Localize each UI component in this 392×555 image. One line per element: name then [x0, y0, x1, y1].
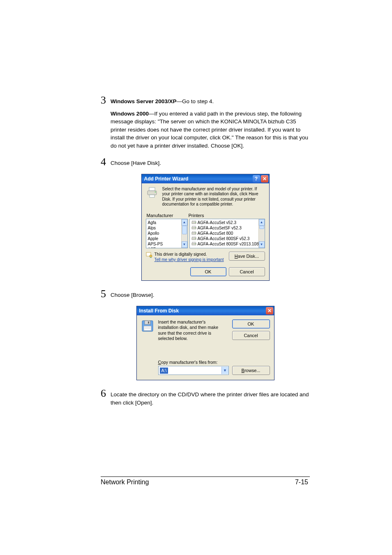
dialog-message: Insert the manufacturer's installation d…: [158, 319, 228, 342]
close-button[interactable]: ✕: [266, 307, 273, 314]
svg-rect-0: [149, 187, 155, 191]
certificate-icon: [146, 252, 152, 258]
svg-rect-22: [145, 321, 150, 324]
footer-separator: [101, 476, 310, 477]
printer-icon: [191, 236, 196, 240]
have-disk-button[interactable]: Have Disk...: [229, 252, 265, 261]
plain-text: —Go to step 4.: [176, 98, 214, 104]
printer-icon: [191, 226, 196, 230]
step-body: Choose [Have Disk].: [111, 156, 161, 171]
svg-rect-1: [148, 191, 157, 195]
bold-text: Windows 2000: [111, 111, 149, 117]
svg-point-12: [195, 233, 196, 234]
scrollbar[interactable]: ▲ ▼: [181, 219, 187, 248]
combobox-value: A:\: [160, 368, 168, 374]
cancel-button[interactable]: Cancel: [232, 331, 270, 340]
scroll-down-icon[interactable]: ▼: [182, 241, 187, 248]
floppy-disk-icon: [141, 319, 154, 333]
step-number: 3: [101, 95, 111, 154]
driver-signing-link[interactable]: Tell me why driver signing is important: [154, 257, 224, 262]
scroll-up-icon[interactable]: ▲: [259, 219, 265, 226]
list-item[interactable]: AGFA-AccuSet 800: [191, 231, 259, 236]
list-item[interactable]: AGFA-AccuSet 800SF v52.3: [191, 236, 259, 241]
list-item[interactable]: AST: [148, 247, 182, 248]
dialog-title: Add Printer Wizard: [144, 176, 189, 182]
step-number: 6: [101, 388, 111, 411]
step-text: Locate the directory on the CD/DVD where…: [111, 391, 310, 407]
step-number: 5: [101, 288, 111, 303]
svg-rect-2: [150, 195, 154, 197]
scrollbar[interactable]: ▲ ▼: [258, 219, 265, 248]
list-item[interactable]: APS-PS: [148, 241, 182, 247]
copy-from-label: Copy manufacturer's files from:: [158, 360, 270, 365]
ok-button[interactable]: OK: [232, 319, 270, 328]
scroll-down-icon[interactable]: ▼: [259, 241, 265, 248]
svg-point-3: [154, 192, 156, 193]
add-printer-wizard-dialog: Add Printer Wizard ? ✕ Select the manufa…: [141, 174, 270, 281]
step-3: 3 Windows Server 2003/XP—Go to step 4. W…: [101, 95, 310, 154]
footer-title: Network Printing: [101, 479, 149, 486]
list-item[interactable]: AGFA-AccuSetSF v52.3: [191, 225, 259, 231]
page-footer: Network Printing 7-15: [101, 479, 310, 486]
close-button[interactable]: ✕: [261, 175, 268, 183]
svg-rect-23: [148, 321, 149, 324]
bold-text: Windows Server 2003/XP: [111, 98, 176, 104]
step-text: Choose [Browse].: [111, 291, 154, 299]
printer-icon: [191, 231, 196, 235]
scroll-up-icon[interactable]: ▲: [182, 219, 187, 226]
step-5: 5 Choose [Browse].: [101, 288, 310, 303]
document-page: 3 Windows Server 2003/XP—Go to step 4. W…: [0, 0, 392, 511]
printer-icon: [191, 242, 196, 246]
step-4: 4 Choose [Have Disk].: [101, 156, 310, 171]
svg-rect-14: [193, 236, 195, 238]
list-item[interactable]: AGFA-AccuSet v52.3: [191, 220, 259, 225]
manufacturer-list[interactable]: Agfa Alps Apollo Apple APS-PS AST ▲ ▼: [146, 219, 188, 248]
titlebar[interactable]: Install From Disk ✕: [137, 306, 274, 315]
svg-point-6: [195, 222, 196, 223]
list-item[interactable]: Alps: [148, 225, 182, 231]
step-6: 6 Locate the directory on the CD/DVD whe…: [101, 388, 310, 411]
manufacturer-label: Manufacturer: [146, 213, 188, 218]
page-number: 7-15: [295, 479, 308, 486]
svg-point-9: [195, 228, 196, 229]
list-item[interactable]: Apple: [148, 236, 182, 241]
svg-rect-11: [193, 231, 195, 232]
dialog-title: Install From Disk: [139, 308, 179, 314]
svg-rect-17: [193, 242, 195, 243]
titlebar[interactable]: Add Printer Wizard ? ✕: [142, 174, 269, 183]
printers-label: Printers: [188, 213, 265, 218]
svg-point-18: [195, 244, 196, 245]
printers-list[interactable]: AGFA-AccuSet v52.3 AGFA-AccuSetSF v52.3 …: [189, 219, 265, 248]
svg-point-15: [195, 238, 196, 239]
signed-text: This driver is digitally signed.: [154, 252, 224, 257]
ok-button[interactable]: OK: [190, 267, 226, 276]
printer-icon: [146, 187, 159, 198]
list-item[interactable]: Agfa: [148, 220, 182, 225]
printer-icon: [191, 220, 196, 224]
help-button[interactable]: ?: [253, 175, 260, 183]
dialog-instruction: Select the manufacturer and model of you…: [162, 187, 265, 207]
install-from-disk-dialog: Install From Disk ✕ Insert the manu: [136, 306, 274, 381]
step-body: Locate the directory on the CD/DVD where…: [111, 388, 310, 411]
browse-button[interactable]: Browse...: [232, 366, 270, 375]
step-body: Windows Server 2003/XP—Go to step 4. Win…: [111, 95, 310, 154]
chevron-down-icon[interactable]: ▼: [221, 367, 228, 374]
list-item[interactable]: AGFA-AccuSet 800SF v2013.108: [191, 241, 259, 247]
step-text: Choose [Have Disk].: [111, 159, 161, 167]
step-number: 4: [101, 156, 111, 171]
cancel-button[interactable]: Cancel: [229, 267, 265, 276]
path-combobox[interactable]: A:\ ▼: [158, 366, 229, 375]
list-item[interactable]: Apollo: [148, 231, 182, 236]
svg-rect-8: [193, 226, 195, 227]
svg-rect-5: [193, 220, 195, 222]
step-body: Choose [Browse].: [111, 288, 154, 303]
